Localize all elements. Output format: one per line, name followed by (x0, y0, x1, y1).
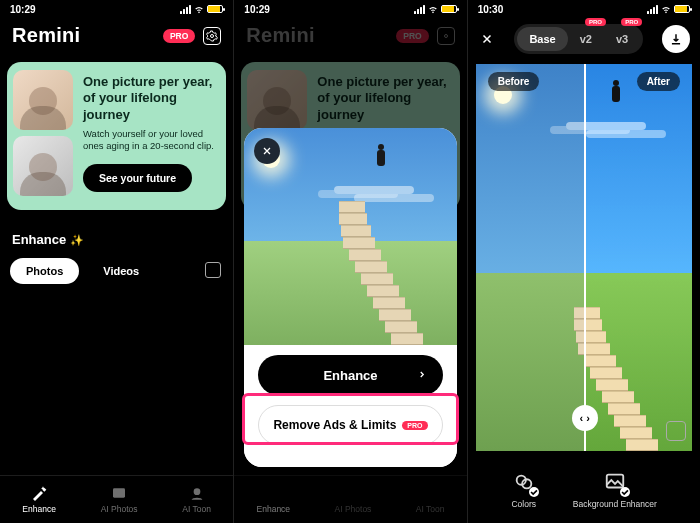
status-bar: 10:29 (234, 0, 466, 18)
status-time: 10:30 (478, 4, 504, 15)
tool-colors[interactable]: Colors (511, 469, 537, 509)
seg-base[interactable]: Base (517, 27, 567, 51)
check-icon (620, 487, 630, 497)
promo-title: One picture per year, of your lifelong j… (83, 74, 216, 123)
after-label: After (637, 72, 680, 91)
battery-icon (207, 5, 223, 13)
wifi-icon (661, 4, 671, 14)
signal-icon (180, 5, 191, 14)
wifi-icon (194, 4, 204, 14)
promo-card[interactable]: One picture per year, of your lifelong j… (7, 62, 226, 210)
pro-badge[interactable]: PRO (163, 29, 195, 43)
battery-icon (441, 5, 457, 13)
modal-actions: Enhance Remove Ads & Limits PRO (244, 345, 456, 467)
screen-compare: 10:30 Base v2PRO v3PRO (467, 0, 700, 523)
sparkle-icon: ✨ (70, 234, 84, 246)
person-graphic (377, 150, 385, 166)
screen-enhance-modal: 10:29 Remini PRO One picture per year, o… (233, 0, 466, 523)
promo-subtitle: Watch yourself or your loved ones aging … (83, 128, 216, 152)
model-segment: Base v2PRO v3PRO (514, 24, 643, 54)
settings-button[interactable] (203, 27, 221, 45)
nav-ai-photos[interactable]: AI Photos (101, 485, 138, 514)
wifi-icon (428, 4, 438, 14)
top-bar-right: PRO (163, 27, 221, 45)
close-button[interactable] (478, 30, 496, 48)
pro-badge: PRO (402, 421, 427, 430)
remove-ads-button[interactable]: Remove Ads & Limits PRO (258, 405, 442, 445)
battery-icon (674, 5, 690, 13)
status-bar: 10:30 (468, 0, 700, 18)
status-bar: 10:29 (0, 0, 233, 18)
download-button[interactable] (662, 25, 690, 53)
enhance-section-label: Enhance✨ (12, 232, 84, 247)
tool-row: Colors Background Enhancer (468, 455, 700, 523)
signal-icon (647, 5, 658, 14)
seg-v3[interactable]: v3PRO (604, 27, 640, 51)
svg-point-2 (193, 488, 200, 495)
status-icons (647, 4, 690, 14)
app-name: Remini (12, 24, 80, 47)
pro-badge: PRO (621, 18, 642, 26)
svg-rect-1 (113, 488, 125, 497)
promo-cta-button[interactable]: See your future (83, 164, 192, 192)
background-enhancer-icon (602, 469, 628, 495)
chevron-right-icon (417, 368, 427, 383)
promo-text: One picture per year, of your lifelong j… (79, 62, 226, 210)
modal-preview-image (244, 128, 456, 345)
enhance-button[interactable]: Enhance (258, 355, 442, 395)
bottom-nav: Enhance AI Photos AI Toon (0, 475, 233, 523)
status-time: 10:29 (244, 4, 270, 15)
bookmark-button[interactable] (666, 421, 686, 441)
status-icons (180, 4, 223, 14)
nav-ai-toon[interactable]: AI Toon (182, 485, 211, 514)
top-bar: Remini PRO (0, 24, 233, 47)
compare-slider[interactable] (584, 64, 586, 451)
status-time: 10:29 (10, 4, 36, 15)
colors-icon (511, 469, 537, 495)
seg-v2[interactable]: v2PRO (568, 27, 604, 51)
screen-home: 10:29 Remini PRO One picture per year, o… (0, 0, 233, 523)
svg-point-0 (211, 34, 214, 37)
photos-icon (111, 485, 127, 501)
face-old (13, 136, 73, 196)
wand-icon (31, 485, 47, 501)
check-icon (529, 487, 539, 497)
triptych-root: 10:29 Remini PRO One picture per year, o… (0, 0, 700, 523)
compare-top-bar: Base v2PRO v3PRO (468, 24, 700, 54)
tab-videos[interactable]: Videos (87, 258, 155, 284)
tab-photos[interactable]: Photos (10, 258, 79, 284)
enhance-modal: Enhance Remove Ads & Limits PRO (244, 128, 456, 467)
signal-icon (414, 5, 425, 14)
enhance-tabs: Photos Videos (10, 258, 155, 284)
pro-badge: PRO (585, 18, 606, 26)
gallery-button[interactable] (205, 262, 221, 278)
compare-viewer[interactable]: Before After (476, 64, 692, 451)
before-label: Before (488, 72, 540, 91)
toon-icon (189, 485, 205, 501)
tool-background-enhancer[interactable]: Background Enhancer (573, 469, 657, 509)
face-young (13, 70, 73, 130)
status-icons (414, 4, 457, 14)
nav-enhance[interactable]: Enhance (22, 485, 56, 514)
bottom-nav: Enhance AI Photos AI Toon (234, 475, 466, 523)
promo-faces (7, 62, 79, 210)
